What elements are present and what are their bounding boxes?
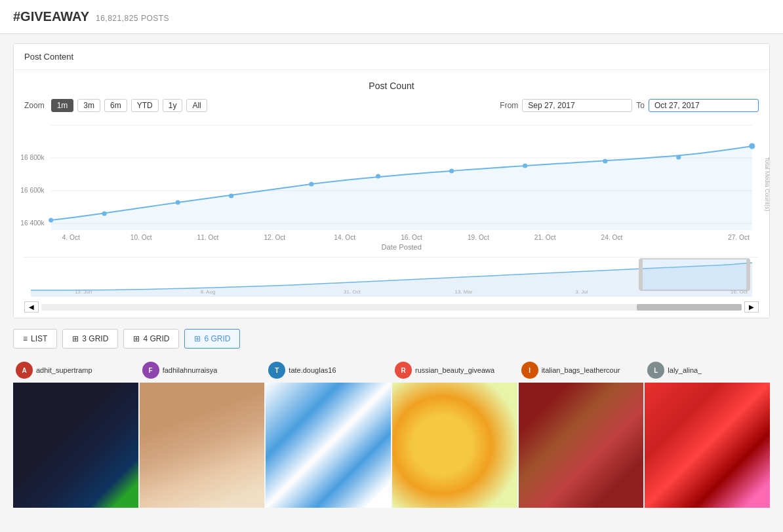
post-user-1[interactable]: F fadhilahnurraisya — [140, 358, 265, 383]
grid4-icon: ⊞ — [133, 334, 140, 343]
grid3-view-btn[interactable]: ⊞ 3 GRID — [62, 329, 118, 349]
svg-rect-37 — [639, 259, 643, 290]
post-image[interactable] — [140, 383, 265, 508]
username: russian_beauty_giveawa — [415, 366, 494, 374]
username: adhit_supertramp — [36, 366, 92, 374]
post-item: F fadhilahnurraisya — [140, 358, 265, 508]
post-image[interactable] — [645, 383, 770, 508]
svg-text:3. Jul: 3. Jul — [575, 289, 588, 295]
svg-text:16 400k: 16 400k — [20, 219, 45, 227]
post-user-5[interactable]: L laly_alina_ — [645, 358, 770, 383]
post-image[interactable] — [392, 383, 517, 508]
svg-text:8. Aug: 8. Aug — [201, 289, 216, 295]
zoom-3m-btn[interactable]: 3m — [77, 99, 100, 112]
avatar: L — [647, 362, 664, 379]
grid4-view-btn[interactable]: ⊞ 4 GRID — [123, 329, 179, 349]
post-item: T tate.douglas16 — [266, 358, 391, 508]
svg-text:4. Oct: 4. Oct — [62, 234, 80, 241]
post-item: L laly_alina_ — [645, 358, 770, 508]
svg-text:16 600k: 16 600k — [20, 187, 45, 194]
posts-count: 16,821,825 POSTS — [96, 14, 169, 23]
list-label: LIST — [31, 334, 47, 343]
svg-text:21. Oct: 21. Oct — [534, 234, 556, 241]
svg-text:13. Jun: 13. Jun — [75, 289, 92, 295]
zoom-1y-btn[interactable]: 1y — [163, 99, 183, 112]
header: #GIVEAWAY 16,821,825 POSTS — [0, 0, 783, 34]
zoom-6m-btn[interactable]: 6m — [104, 99, 127, 112]
post-user-4[interactable]: I italian_bags_leathercour — [519, 358, 644, 383]
svg-text:12. Oct: 12. Oct — [264, 234, 285, 241]
post-user-2[interactable]: T tate.douglas16 — [266, 358, 391, 383]
svg-text:16. Oct: 16. Oct — [401, 234, 422, 241]
svg-rect-38 — [746, 259, 750, 290]
svg-point-8 — [102, 212, 106, 216]
svg-text:11. Oct: 11. Oct — [197, 234, 219, 241]
svg-point-14 — [523, 164, 527, 168]
from-label: From — [500, 101, 518, 110]
scroll-right-btn[interactable]: ▶ — [744, 301, 759, 313]
svg-text:Date Posted: Date Posted — [381, 243, 422, 251]
grid6-view-btn[interactable]: ⊞ 6 GRID — [184, 329, 240, 349]
svg-point-7 — [49, 218, 53, 222]
grid6-label: 6 GRID — [204, 334, 230, 343]
svg-text:10. Oct: 10. Oct — [130, 234, 152, 241]
svg-point-17 — [750, 143, 755, 149]
avatar: A — [16, 362, 33, 379]
avatar: I — [521, 362, 538, 379]
to-date-input[interactable] — [649, 99, 759, 112]
avatar: R — [395, 362, 412, 379]
post-content-card: Post Content Post Count Zoom 1m 3m 6m YT… — [13, 43, 770, 318]
from-date-input[interactable] — [522, 99, 632, 112]
post-user-3[interactable]: R russian_beauty_giveawa — [392, 358, 517, 383]
svg-text:31. Oct: 31. Oct — [344, 289, 361, 295]
zoom-label: Zoom — [24, 101, 45, 110]
list-view-btn[interactable]: ≡ LIST — [13, 329, 57, 349]
username: laly_alina_ — [668, 366, 702, 374]
svg-rect-36 — [641, 259, 749, 290]
svg-point-11 — [310, 182, 313, 186]
svg-point-12 — [376, 174, 380, 178]
scroll-left-btn[interactable]: ◀ — [24, 301, 39, 313]
list-icon: ≡ — [23, 334, 28, 343]
posts-grid: A adhit_supertramp F fadhilahnurraisya T… — [13, 358, 770, 508]
username: fadhilahnurraisya — [163, 366, 218, 374]
post-image[interactable] — [13, 383, 138, 508]
svg-text:24. Oct: 24. Oct — [601, 234, 623, 241]
svg-point-13 — [450, 169, 454, 173]
avatar: T — [268, 362, 285, 379]
post-item: A adhit_supertramp — [13, 358, 138, 508]
svg-text:27. Oct: 27. Oct — [728, 234, 750, 241]
svg-point-15 — [603, 159, 607, 163]
zoom-ytd-btn[interactable]: YTD — [131, 99, 159, 112]
to-label: To — [636, 101, 645, 110]
svg-text:14. Oct: 14. Oct — [334, 234, 355, 241]
svg-text:13. Mar: 13. Mar — [454, 289, 472, 295]
avatar: F — [142, 362, 159, 379]
post-image[interactable] — [519, 383, 644, 508]
grid6-icon: ⊞ — [194, 334, 201, 343]
page-title: #GIVEAWAY — [13, 9, 89, 24]
svg-point-10 — [230, 194, 233, 198]
card-header: Post Content — [14, 44, 769, 70]
svg-text:16 800k: 16 800k — [20, 154, 45, 161]
post-image[interactable] — [266, 383, 391, 508]
zoom-all-btn[interactable]: All — [186, 99, 207, 112]
svg-point-9 — [176, 200, 180, 204]
grid4-label: 4 GRID — [143, 334, 169, 343]
username: tate.douglas16 — [289, 366, 336, 374]
zoom-1m-btn[interactable]: 1m — [51, 99, 74, 112]
post-user-0[interactable]: A adhit_supertramp — [13, 358, 138, 383]
svg-text:Total Media Count(s): Total Media Count(s) — [764, 157, 771, 211]
chart-title: Post Count — [24, 81, 759, 91]
post-item: I italian_bags_leathercour — [519, 358, 644, 508]
post-item: R russian_beauty_giveawa — [392, 358, 517, 508]
grid3-icon: ⊞ — [72, 334, 79, 343]
svg-text:19. Oct: 19. Oct — [468, 234, 489, 241]
grid3-label: 3 GRID — [82, 334, 108, 343]
svg-point-16 — [677, 155, 681, 159]
username: italian_bags_leathercour — [542, 366, 620, 374]
